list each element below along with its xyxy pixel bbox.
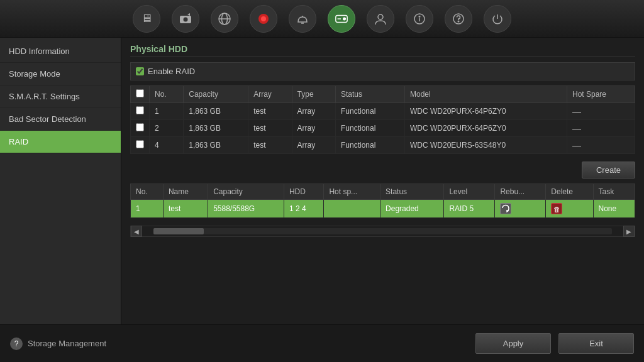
raid-col-delete: Delete bbox=[546, 184, 593, 200]
sidebar: HDD Information Storage Mode S.M.A.R.T. … bbox=[0, 38, 121, 324]
rebuild-icon[interactable] bbox=[500, 203, 511, 214]
col-capacity: Capacity bbox=[184, 86, 248, 103]
record-icon[interactable] bbox=[250, 5, 277, 33]
raid-row-task: None bbox=[593, 200, 635, 218]
col-model: Model bbox=[405, 86, 567, 103]
delete-icon[interactable]: 🗑 bbox=[551, 203, 562, 214]
svg-point-7 bbox=[261, 16, 266, 21]
row-no: 2 bbox=[150, 120, 184, 137]
exit-button[interactable]: Exit bbox=[558, 333, 634, 354]
camera-icon[interactable] bbox=[172, 5, 199, 33]
raid-row-capacity: 5588/5588G bbox=[208, 200, 284, 218]
row-type: Array bbox=[292, 120, 335, 137]
info-icon[interactable] bbox=[406, 5, 433, 33]
create-btn-row: Create bbox=[130, 162, 635, 178]
svg-point-16 bbox=[419, 16, 420, 17]
apply-button[interactable]: Apply bbox=[475, 333, 551, 354]
row-checkbox-cell bbox=[131, 103, 150, 120]
create-button[interactable]: Create bbox=[582, 162, 635, 178]
row-status: Functional bbox=[336, 103, 405, 120]
sidebar-item-hdd-information[interactable]: HDD Information bbox=[0, 40, 121, 63]
bottom-right: Apply Exit bbox=[475, 333, 634, 354]
row-capacity: 1,863 GB bbox=[184, 137, 248, 154]
row-hot-spare: — bbox=[567, 103, 635, 120]
enable-raid-label[interactable]: Enable RAID bbox=[148, 67, 195, 76]
row-type: Array bbox=[292, 137, 335, 154]
help-icon[interactable] bbox=[445, 5, 472, 33]
row-type: Array bbox=[292, 103, 335, 120]
col-array: Array bbox=[248, 86, 292, 103]
raid-row-level: RAID 5 bbox=[444, 200, 495, 218]
sidebar-item-bad-sector[interactable]: Bad Sector Detection bbox=[0, 108, 121, 131]
raid-row-delete[interactable]: 🗑 bbox=[546, 200, 593, 218]
row-checkbox-cell bbox=[131, 120, 150, 137]
row-model: WDC WD20PURX-64P6ZY0 bbox=[405, 103, 567, 120]
horizontal-scrollbar[interactable]: ◀ ▶ bbox=[130, 226, 635, 237]
row-status: Functional bbox=[336, 137, 405, 154]
bottom-bar: ? Storage Management Apply Exit bbox=[0, 324, 644, 362]
raid-row-no: 1 bbox=[131, 200, 164, 218]
raid-row-rebuild[interactable] bbox=[495, 200, 546, 218]
scroll-track bbox=[153, 228, 612, 234]
row-checkbox-cell bbox=[131, 137, 150, 154]
raid-col-rebuild: Rebu... bbox=[495, 184, 546, 200]
enable-raid-row: Enable RAID bbox=[130, 62, 635, 80]
raid-col-hdd: HDD bbox=[284, 184, 324, 200]
row-model: WDC WD20EURS-63S48Y0 bbox=[405, 137, 567, 154]
row-checkbox[interactable] bbox=[136, 140, 144, 148]
section-title: Physical HDD bbox=[130, 44, 635, 57]
row-no: 1 bbox=[150, 103, 184, 120]
network-icon[interactable] bbox=[211, 5, 238, 33]
raid-row-name: test bbox=[163, 200, 208, 218]
svg-point-1 bbox=[184, 17, 188, 21]
col-checkbox bbox=[131, 86, 150, 103]
sidebar-item-smart-settings[interactable]: S.M.A.R.T. Settings bbox=[0, 85, 121, 108]
select-all-checkbox[interactable] bbox=[136, 89, 144, 97]
enable-raid-checkbox[interactable] bbox=[136, 67, 144, 75]
raid-row-status: Degraded bbox=[380, 200, 444, 218]
content-area: Physical HDD Enable RAID No. Capacity Ar… bbox=[121, 38, 644, 324]
row-array: test bbox=[248, 120, 292, 137]
raid-col-task: Task bbox=[593, 184, 635, 200]
row-array: test bbox=[248, 103, 292, 120]
raid-col-hotsp: Hot sp... bbox=[324, 184, 380, 200]
main-layout: HDD Information Storage Mode S.M.A.R.T. … bbox=[0, 38, 644, 324]
svg-point-18 bbox=[458, 21, 459, 22]
raid-table-row[interactable]: 1 test 5588/5588G 1 2 4 Degraded RAID 5 … bbox=[131, 200, 635, 218]
alarm-icon[interactable] bbox=[289, 5, 316, 33]
physical-hdd-table: No. Capacity Array Type Status Model Hot… bbox=[130, 85, 635, 154]
svg-marker-2 bbox=[187, 13, 190, 16]
col-status: Status bbox=[336, 86, 405, 103]
monitor-icon[interactable]: 🖥 bbox=[133, 5, 160, 33]
svg-point-13 bbox=[378, 14, 383, 19]
hdd-active-icon[interactable] bbox=[328, 5, 355, 33]
power-icon[interactable] bbox=[484, 5, 511, 33]
raid-row-hotsp bbox=[324, 200, 380, 218]
bottom-left: ? Storage Management bbox=[10, 337, 106, 350]
raid-col-no: No. bbox=[131, 184, 164, 200]
scroll-left-arrow[interactable]: ◀ bbox=[131, 226, 142, 237]
row-checkbox[interactable] bbox=[136, 106, 144, 114]
svg-point-11 bbox=[343, 18, 346, 20]
row-capacity: 1,863 GB bbox=[184, 120, 248, 137]
scroll-right-arrow[interactable]: ▶ bbox=[623, 226, 635, 237]
sidebar-item-storage-mode[interactable]: Storage Mode bbox=[0, 63, 121, 85]
col-no: No. bbox=[150, 86, 184, 103]
user-icon[interactable] bbox=[367, 5, 394, 33]
scroll-thumb[interactable] bbox=[153, 228, 204, 234]
raid-col-status: Status bbox=[380, 184, 444, 200]
row-model: WDC WD20PURX-64P6ZY0 bbox=[405, 120, 567, 137]
help-circle-icon: ? bbox=[10, 337, 23, 350]
table-row[interactable]: 4 1,863 GB test Array Functional WDC WD2… bbox=[131, 137, 635, 154]
row-checkbox[interactable] bbox=[136, 123, 144, 131]
col-hot-spare: Hot Spare bbox=[567, 86, 635, 103]
row-no: 4 bbox=[150, 137, 184, 154]
sidebar-item-raid[interactable]: RAID bbox=[0, 131, 121, 153]
table-row[interactable]: 1 1,863 GB test Array Functional WDC WD2… bbox=[131, 103, 635, 120]
col-type: Type bbox=[292, 86, 335, 103]
row-status: Functional bbox=[336, 120, 405, 137]
table-row[interactable]: 2 1,863 GB test Array Functional WDC WD2… bbox=[131, 120, 635, 137]
toolbar: 🖥 bbox=[0, 0, 644, 38]
row-hot-spare: — bbox=[567, 137, 635, 154]
raid-row-hdd: 1 2 4 bbox=[284, 200, 324, 218]
